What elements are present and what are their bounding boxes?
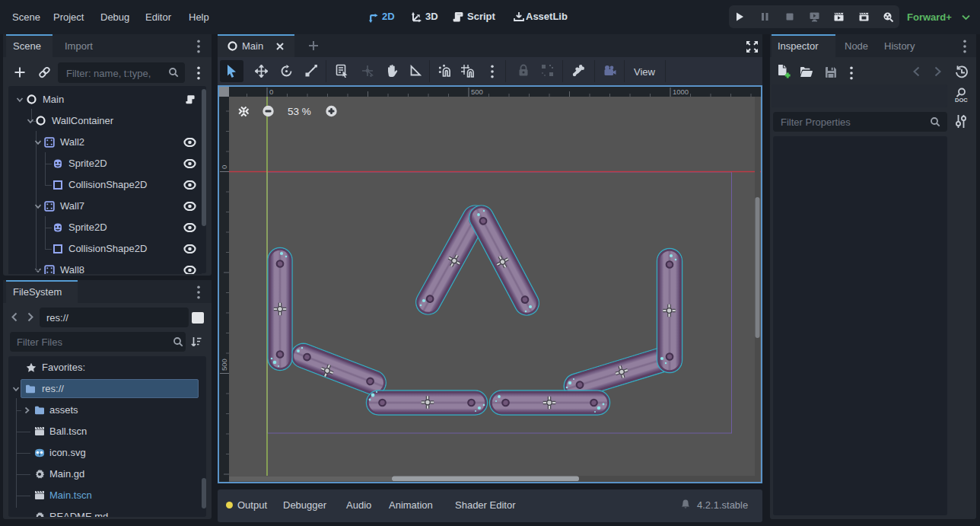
svg-text:0: 0: [269, 88, 273, 96]
svg-text:500: 500: [220, 359, 228, 371]
svg-text:0: 0: [220, 165, 228, 169]
svg-text:1000: 1000: [673, 88, 689, 96]
svg-text:500: 500: [471, 88, 483, 96]
svg-text:DOC: DOC: [955, 97, 968, 104]
